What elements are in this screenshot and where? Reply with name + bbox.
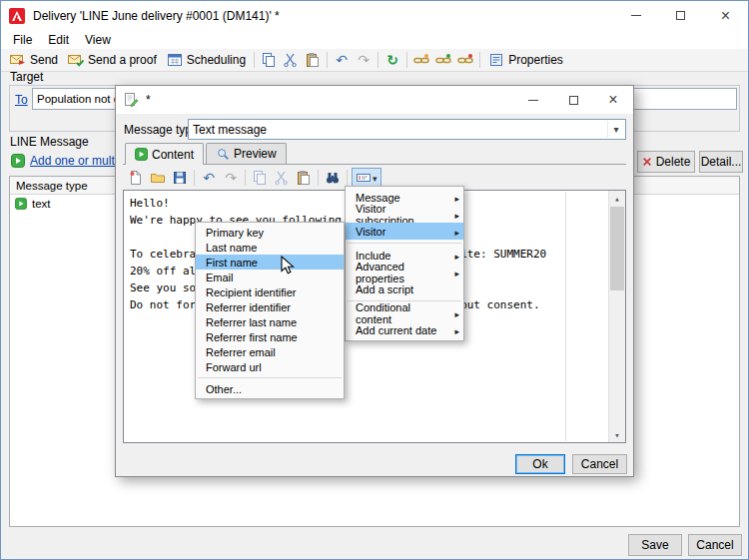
dialog-maximize-button[interactable] [553,86,593,114]
cut-button[interactable] [280,50,302,71]
link-add-button[interactable] [432,50,454,71]
editor-copy-button[interactable] [249,168,271,189]
menu-separator [348,243,461,244]
refresh-icon [386,53,398,67]
ok-button[interactable]: Ok [515,454,565,474]
menu-item-email[interactable]: Email [196,270,344,284]
scroll-down-button[interactable] [609,427,625,442]
delete-icon [642,157,652,167]
app-icon [9,8,25,24]
menu-item-primary-key[interactable]: Primary key [196,225,344,240]
properties-button[interactable]: Properties [483,50,568,71]
menu-item-referrer-email[interactable]: Referrer email [196,344,344,359]
dialog-close-button[interactable] [593,86,633,114]
add-message-icon [11,154,25,168]
undo-icon [336,53,348,67]
refresh-button[interactable] [381,50,403,71]
editor-cut-button[interactable] [271,168,293,189]
new-button[interactable] [125,168,147,189]
maximize-button[interactable] [658,1,703,30]
caret-down-icon [372,171,377,185]
menu-item-first-name[interactable]: First name [196,255,344,270]
link-add-icon [435,52,451,68]
menu-item-other[interactable]: Other... [196,381,344,396]
save-button[interactable]: Save [628,534,682,556]
redo-button[interactable] [353,50,374,71]
copy-button[interactable] [258,50,280,71]
menu-item-last-name[interactable]: Last name [196,240,344,255]
menu-item-add-current-date[interactable]: Add current date [346,321,463,338]
menu-item-label: Referrer email [206,346,276,358]
copy-icon [252,170,268,186]
send-button[interactable]: Send [5,50,63,71]
submenu-arrow-icon [454,192,459,204]
submenu-arrow-icon [454,267,459,279]
menu-item-referrer-last-name[interactable]: Referrer last name [196,314,344,329]
dialog-tabstrip: Content Preview [123,143,626,165]
close-icon [721,8,730,24]
scroll-thumb[interactable] [610,207,624,290]
menu-item-referrer-identifier[interactable]: Referrer identifier [196,299,344,314]
find-button[interactable] [322,168,344,189]
editor-redo-button[interactable] [220,168,242,189]
scheduling-button[interactable]: Scheduling [162,50,251,71]
menu-item-conditional-content[interactable]: Conditional content [346,304,463,321]
tab-preview[interactable]: Preview [206,143,287,164]
menu-item-label: Forward url [206,361,262,373]
menu-item-advanced-properties[interactable]: Advanced properties [346,264,463,280]
editor-scrollbar[interactable] [608,191,625,442]
close-button[interactable] [703,1,748,30]
dialog-icon [123,92,139,108]
cut-icon [274,170,290,186]
save-file-button[interactable] [169,168,191,189]
open-button[interactable] [147,168,169,189]
menu-item-label: Other... [206,383,242,395]
dialog-minimize-button[interactable] [513,86,553,114]
menu-item-label: Visitor [356,226,385,238]
menu-view[interactable]: View [77,31,119,49]
to-link[interactable]: To [15,93,28,107]
cancel-button[interactable]: Cancel [688,534,742,556]
dialog-cancel-button[interactable]: Cancel [572,454,627,474]
undo-icon [203,171,215,185]
menu-item-visitor[interactable]: Visitor [346,223,463,240]
scroll-up-button[interactable] [609,191,625,206]
preview-tab-icon [216,147,230,161]
submenu-arrow-icon [454,209,459,221]
menu-file[interactable]: File [5,31,40,49]
menu-item-label: Referrer last name [206,316,297,328]
detail-button[interactable]: Detail... [699,151,743,173]
new-document-icon [128,170,144,186]
save-label: Save [641,538,668,552]
chevron-down-icon[interactable] [607,121,624,138]
content-tab-icon [135,148,148,161]
menu-item-label: Primary key [206,227,264,239]
tab-content[interactable]: Content [125,143,204,165]
menu-item-visitor-subscription[interactable]: Visitor subscription [346,206,463,223]
send-proof-label: Send a proof [88,53,157,67]
message-type-value: Text message [193,123,267,137]
menu-item-label: First name [206,257,258,269]
menu-item-recipient-identifier[interactable]: Recipient identifier [196,284,344,299]
menu-item-forward-url[interactable]: Forward url [196,359,344,374]
undo-button[interactable] [331,50,353,71]
menu-item-label: Email [206,272,234,283]
maximize-icon [569,96,578,105]
paste-button[interactable] [302,50,324,71]
link-remove-button[interactable] [454,50,476,71]
submenu-arrow-icon [454,250,459,262]
message-type-combobox[interactable]: Text message [188,119,626,140]
target-section-label: Target [10,70,43,84]
menu-edit[interactable]: Edit [40,31,77,49]
menu-item-referrer-first-name[interactable]: Referrer first name [196,329,344,344]
window-controls [613,1,748,30]
redo-icon [225,171,237,185]
minimize-button[interactable] [613,1,658,30]
editor-paste-button[interactable] [293,168,315,189]
main-toolbar: Send Send a proof Scheduling Properties [1,49,748,72]
link-button[interactable] [410,50,432,71]
menu-item-add-a-script[interactable]: Add a script [346,280,463,297]
editor-undo-button[interactable] [198,168,220,189]
delete-button[interactable]: Delete [637,151,695,173]
send-proof-button[interactable]: Send a proof [63,50,162,71]
